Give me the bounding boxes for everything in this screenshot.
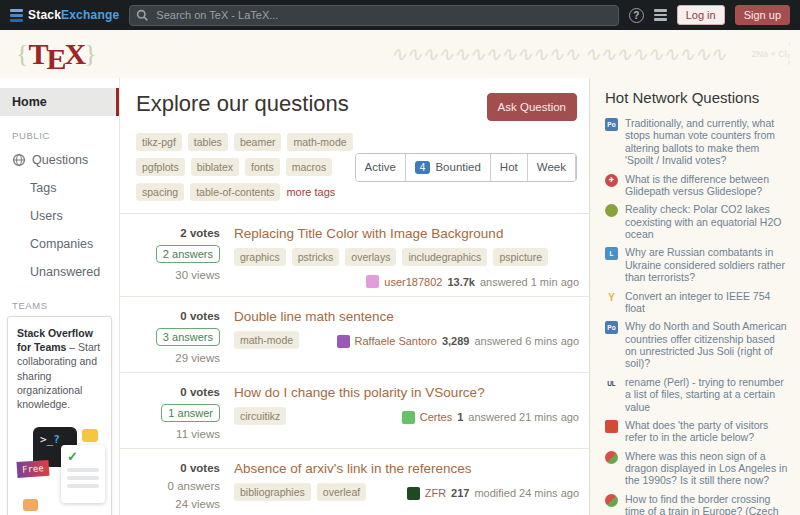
teams-illustration: >_? ✓ Free [17, 419, 102, 511]
username-link[interactable]: user187802 [384, 276, 442, 288]
filter-active[interactable]: Active [356, 154, 405, 181]
hot-question: Reality check: Polar CO2 lakes coexistin… [605, 203, 788, 240]
view-count: 30 views [175, 269, 220, 281]
username-link[interactable]: Raffaele Santoro [355, 335, 437, 347]
stackexchange-logo[interactable]: StackExchange [10, 8, 119, 22]
question-title[interactable]: Double line math sentence [234, 309, 579, 324]
signup-button[interactable]: Sign up [735, 5, 790, 25]
view-count: 29 views [175, 352, 220, 364]
hot-question-link[interactable]: rename (Perl) - trying to renumber a lis… [625, 376, 788, 413]
tag-fonts[interactable]: fonts [245, 158, 280, 176]
tag-tikz-pgf[interactable]: tikz-pgf [136, 133, 182, 151]
vote-count: 0 votes [180, 462, 220, 474]
filter-month[interactable]: Month [575, 154, 577, 181]
tag-table-of-contents[interactable]: table-of-contents [190, 183, 280, 201]
hot-question-link[interactable]: What is the difference between Glidepath… [625, 173, 788, 198]
site-header: {TEX} ∿∿∿∿∿∿∿∿∿∿∿∿ ∿∿∿∿∿∿∿∿∿ oxidation 2… [0, 30, 800, 78]
hot-question-link[interactable]: What does 'the party of visitors refer t… [625, 419, 788, 444]
check-icon: ✓ [67, 449, 78, 464]
chemistry-watermark: oxidation 2Na + Cl₂ → 2Na⁺ + 2Cl⁻ reduct… [751, 40, 790, 68]
vote-count: 2 votes [180, 227, 220, 239]
filter-hot[interactable]: Hot [490, 154, 527, 181]
hot-question-link[interactable]: Reality check: Polar CO2 lakes coexistin… [625, 203, 788, 240]
tag-macros[interactable]: macros [286, 158, 332, 176]
sidebar-item-users[interactable]: Users [0, 202, 119, 230]
tex-site-logo[interactable]: {TEX} [16, 37, 97, 71]
more-tags-link[interactable]: more tags [286, 186, 335, 198]
tag-math-mode[interactable]: math-mode [287, 133, 352, 151]
avatar[interactable] [407, 487, 420, 500]
vote-count: 0 votes [180, 310, 220, 322]
speech-bubble-icon [23, 499, 38, 511]
hot-question: L Why are Russian combatants in Ukraine … [605, 246, 788, 283]
stackexchange-logo-icon [10, 9, 23, 22]
question-stats: 2 votes 2 answers 30 views [132, 225, 220, 288]
tag-circuitikz[interactable]: circuitikz [234, 407, 286, 425]
tag-math-mode[interactable]: math-mode [234, 331, 299, 349]
answer-count: 3 answers [156, 328, 220, 346]
filter-bountied[interactable]: 4 Bountied [405, 154, 490, 181]
aviation-site-icon: ✈ [605, 174, 618, 187]
tag-overleaf[interactable]: overleaf [317, 483, 366, 501]
avatar[interactable] [366, 275, 379, 288]
script-watermark: ∿∿∿∿∿∿∿∿∿∿∿∿ ∿∿∿∿∿∿∿∿∿ [390, 42, 725, 66]
question-title[interactable]: Absence of arxiv's link in the reference… [234, 461, 579, 476]
hot-question: Po Why do North and South American count… [605, 320, 788, 370]
help-icon[interactable]: ? [629, 8, 644, 23]
activity-text: modified 24 mins ago [474, 487, 579, 499]
hot-question-link[interactable]: Convert an integer to IEEE 754 float [625, 290, 788, 315]
hot-question-link[interactable]: Why are Russian combatants in Ukraine co… [625, 246, 788, 283]
filter-week[interactable]: Week [527, 154, 575, 181]
tag-beamer[interactable]: beamer [234, 133, 282, 151]
sidebar-item-unanswered[interactable]: Unanswered [0, 258, 119, 286]
question-title[interactable]: Replacing Title Color with Image Backgro… [234, 226, 579, 241]
site-switcher-icon[interactable] [654, 9, 667, 21]
username-link[interactable]: Certes [420, 411, 452, 423]
view-count: 11 views [176, 428, 220, 440]
sidebar-item-questions[interactable]: Questions [0, 146, 119, 174]
sidebar-item-home[interactable]: Home [0, 88, 119, 116]
view-count: 24 views [175, 498, 220, 510]
hot-question-link[interactable]: How to find the border crossing time of … [625, 493, 788, 515]
question-stats: 0 votes 0 answers 24 views [132, 460, 220, 510]
logo-brace-left: { [16, 39, 28, 68]
tag-filter-bar: tikz-pgf tables beamer math-mode pgfplot… [136, 133, 577, 201]
tag-biblatex[interactable]: biblatex [191, 158, 239, 176]
search-bar [129, 5, 618, 26]
teams-section-label: TEAMS [12, 300, 107, 311]
sidebar-item-companies[interactable]: Companies [0, 230, 119, 258]
tag-pspicture[interactable]: pspicture [493, 248, 548, 266]
avatar[interactable] [402, 411, 415, 424]
top-bar: StackExchange ? Log in Sign up [0, 0, 800, 30]
user-reputation: 1 [457, 411, 463, 423]
globe-icon [12, 153, 26, 167]
tag-pstricks[interactable]: pstricks [292, 248, 340, 266]
page-content: Home PUBLIC Questions Tags Users Compani… [0, 78, 800, 515]
search-input[interactable] [129, 5, 618, 26]
ask-question-button[interactable]: Ask Question [487, 93, 577, 121]
answer-count: 1 answer [161, 404, 220, 422]
question-row: 0 votes 0 answers 24 views Absence of ar… [120, 448, 589, 515]
question-title[interactable]: How do I change this polarity in VSource… [234, 385, 579, 400]
username-link[interactable]: ZFR [425, 487, 446, 499]
hot-network-questions-title: Hot Network Questions [605, 89, 788, 106]
tag-spacing[interactable]: spacing [136, 183, 184, 201]
tag-tables[interactable]: tables [188, 133, 228, 151]
tag-includegraphics[interactable]: includegraphics [402, 248, 487, 266]
hot-question-link[interactable]: Where was this neon sign of a dragon dis… [625, 450, 788, 487]
tag-bibliographies[interactable]: bibliographies [234, 483, 311, 501]
avatar[interactable] [337, 335, 350, 348]
question-user-card: ZFR 217 modified 24 mins ago [407, 485, 579, 500]
hot-question: ✈ What is the difference between Glidepa… [605, 173, 788, 198]
checklist-illustration: ✓ [61, 445, 105, 503]
question-row: 0 votes 1 answer 11 views How do I chang… [120, 372, 589, 448]
tag-overlays[interactable]: overlays [345, 248, 396, 266]
tag-pgfplots[interactable]: pgfplots [136, 158, 185, 176]
sidebar-item-tags[interactable]: Tags [0, 174, 119, 202]
login-button[interactable]: Log in [677, 5, 725, 25]
tag-graphics[interactable]: graphics [234, 248, 286, 266]
hot-question-link[interactable]: Why do North and South American countrie… [625, 320, 788, 370]
user-reputation: 13.7k [447, 276, 475, 288]
tag-cloud: tikz-pgf tables beamer math-mode pgfplot… [136, 133, 355, 201]
hot-question-link[interactable]: Traditionally, and currently, what stops… [625, 117, 788, 167]
